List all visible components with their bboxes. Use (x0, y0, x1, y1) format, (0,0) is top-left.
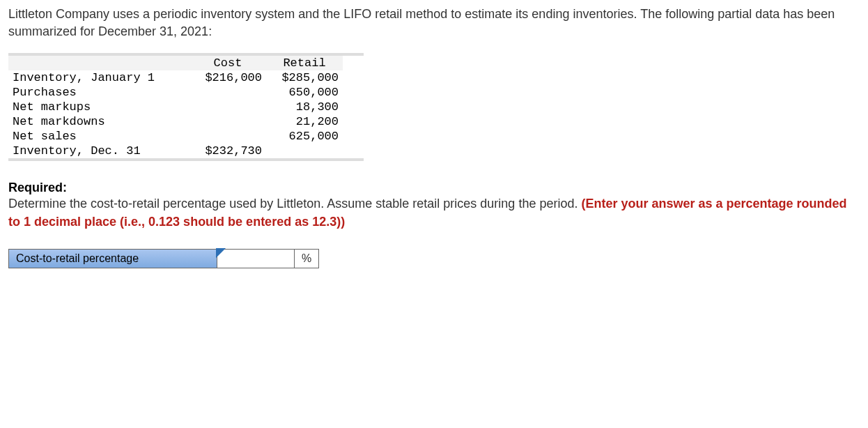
row-cost (189, 129, 266, 144)
required-heading: Required: (8, 181, 860, 195)
row-retail: $285,000 (266, 70, 343, 85)
header-retail: Retail (266, 56, 343, 70)
cost-to-retail-input[interactable] (217, 250, 294, 268)
row-label: Purchases (8, 85, 189, 100)
answer-input-wrap (217, 249, 295, 268)
row-cost: $232,730 (189, 144, 266, 158)
problem-statement: Littleton Company uses a periodic invent… (8, 6, 860, 40)
answer-row: Cost-to-retail percentage % (8, 249, 860, 268)
required-body: Determine the cost-to-retail percentage … (8, 195, 860, 230)
answer-label: Cost-to-retail percentage (8, 249, 217, 268)
header-cost: Cost (189, 56, 266, 70)
row-retail: 650,000 (266, 85, 343, 100)
table-bottom-border (8, 158, 364, 161)
table-row: Inventory, January 1 $216,000 $285,000 (8, 70, 343, 85)
row-label: Inventory, Dec. 31 (8, 144, 189, 158)
row-cost (189, 114, 266, 129)
table-row: Purchases 650,000 (8, 85, 343, 100)
row-label: Inventory, January 1 (8, 70, 189, 85)
table-row: Net markups 18,300 (8, 100, 343, 114)
header-empty (8, 56, 189, 70)
row-retail: 625,000 (266, 129, 343, 144)
row-cost: $216,000 (189, 70, 266, 85)
table-row: Net sales 625,000 (8, 129, 343, 144)
required-body-text: Determine the cost-to-retail percentage … (8, 197, 581, 211)
table-header-row: Cost Retail (8, 56, 343, 70)
table-row: Net markdowns 21,200 (8, 114, 343, 129)
inventory-data-table: Cost Retail Inventory, January 1 $216,00… (8, 56, 343, 158)
row-cost (189, 100, 266, 114)
input-marker-icon (216, 248, 226, 258)
row-label: Net markups (8, 100, 189, 114)
answer-unit: % (294, 249, 319, 268)
row-retail: 21,200 (266, 114, 343, 129)
row-retail (266, 144, 343, 158)
row-retail: 18,300 (266, 100, 343, 114)
table-row: Inventory, Dec. 31 $232,730 (8, 144, 343, 158)
row-label: Net sales (8, 129, 189, 144)
row-cost (189, 85, 266, 100)
row-label: Net markdowns (8, 114, 189, 129)
required-section: Required: Determine the cost-to-retail p… (8, 181, 860, 230)
